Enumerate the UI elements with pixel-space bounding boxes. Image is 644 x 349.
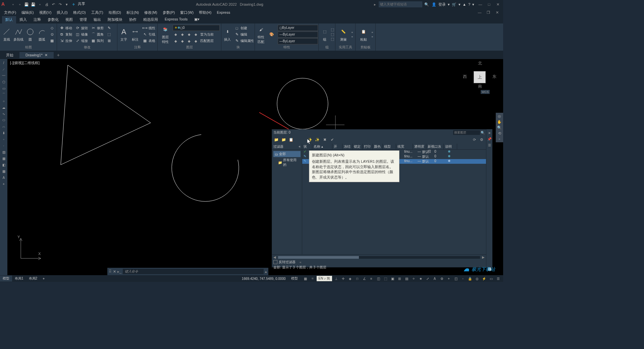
layer-tool-8[interactable]: ◆ bbox=[193, 38, 199, 44]
measure-button[interactable]: 📏测量 bbox=[337, 27, 350, 42]
help-icon[interactable]: ? bbox=[468, 2, 470, 6]
status-tab-add-icon[interactable]: + bbox=[40, 276, 47, 281]
match-layer-button[interactable]: 匹配图层 bbox=[200, 38, 214, 44]
tab-insert[interactable]: 插入 bbox=[16, 16, 30, 23]
share-icon[interactable]: ✈ bbox=[70, 1, 76, 7]
col-linetype[interactable]: 线型 bbox=[383, 144, 396, 149]
tab-manage[interactable]: 管理 bbox=[76, 16, 90, 23]
snap-grid-icon[interactable]: ▦ bbox=[303, 276, 309, 281]
col-desc[interactable]: 说明 bbox=[444, 144, 457, 149]
menu-help[interactable]: 帮助(H) bbox=[197, 9, 213, 16]
col-name[interactable]: 名称 ▴ bbox=[312, 144, 332, 149]
layer-tool-4[interactable]: ◆ bbox=[193, 32, 199, 38]
tb-rect-icon[interactable]: ▭ bbox=[0, 85, 7, 91]
tb-line-icon[interactable]: / bbox=[0, 60, 7, 66]
doc-restore-icon[interactable]: ❐ bbox=[484, 9, 492, 15]
layer-tool-6[interactable]: ◆ bbox=[179, 38, 185, 44]
tab-overflow-icon[interactable]: ▣▾ bbox=[191, 16, 203, 23]
col-color[interactable]: 颜色 bbox=[373, 144, 383, 149]
tb-ellipse-icon[interactable]: ⬭ bbox=[0, 117, 7, 123]
delete-layer-icon[interactable]: ✖ bbox=[322, 137, 328, 143]
refresh-icon[interactable]: ⟳ bbox=[471, 137, 477, 143]
fillet-button[interactable]: ⌒圆角 bbox=[90, 32, 104, 38]
draw-misc-1[interactable]: ◇ bbox=[49, 25, 55, 31]
redo-icon[interactable]: ↷ bbox=[57, 1, 63, 7]
layer-tool-1[interactable]: ◆ bbox=[173, 32, 179, 38]
tab-addons[interactable]: 附加模块 bbox=[104, 16, 126, 23]
menu-insert[interactable]: 插入(I) bbox=[55, 9, 69, 16]
doc-close-icon[interactable]: ✕ bbox=[493, 9, 501, 15]
cmdline-dropdown-icon[interactable]: ▴ bbox=[265, 269, 267, 274]
palette-pin-icon[interactable]: 📌 bbox=[487, 137, 492, 141]
layer-states-icon[interactable]: 📋 bbox=[288, 137, 294, 143]
layer-properties-button[interactable]: 📚图层 特性 bbox=[159, 25, 171, 44]
modify-misc-2[interactable]: ⬚ bbox=[106, 32, 112, 38]
tb-pline-icon[interactable]: 〰 bbox=[0, 72, 7, 79]
status-coords[interactable]: 1669.4240, 747.5489, 0.0000 bbox=[242, 277, 286, 281]
scale-button[interactable]: ⤢缩放 bbox=[74, 38, 89, 44]
group-tool-1[interactable]: ⬚ bbox=[331, 28, 334, 32]
status-tab-layout1[interactable]: 布局1 bbox=[12, 276, 26, 282]
panel-clip-title[interactable]: 剪贴板 bbox=[357, 45, 374, 50]
cmdline-close-icon[interactable]: ✕ bbox=[113, 269, 116, 274]
status-tab-layout2[interactable]: 布局2 bbox=[26, 276, 40, 282]
panel-modify-title[interactable]: 修改 bbox=[58, 45, 116, 50]
nav-pan-icon[interactable]: ✋ bbox=[497, 120, 502, 124]
draw-misc-2[interactable]: ⊙ bbox=[49, 32, 55, 38]
tb-addselected-icon[interactable]: + bbox=[0, 181, 7, 187]
panel-layer-title[interactable]: 图层 bbox=[159, 45, 220, 50]
tab-view[interactable]: 视图 bbox=[62, 16, 76, 23]
col-plot[interactable]: 打印 bbox=[363, 144, 373, 149]
group-button[interactable]: ⬚组 bbox=[320, 27, 329, 42]
tb-point-icon[interactable]: ∙ bbox=[0, 143, 7, 149]
doc-tab-start[interactable]: 开始 bbox=[0, 52, 19, 59]
clean-screen-icon[interactable]: ▭ bbox=[488, 276, 494, 281]
tb-arc-icon[interactable]: ⌒ bbox=[0, 92, 7, 98]
menu-dimension[interactable]: 标注(N) bbox=[124, 9, 141, 16]
menu-param[interactable]: 参数(P) bbox=[161, 9, 177, 16]
menu-express[interactable]: Express bbox=[215, 10, 232, 15]
command-input[interactable]: 键入命令 bbox=[123, 269, 264, 274]
quick-properties-icon[interactable]: ▫ bbox=[460, 276, 466, 281]
draw-misc-3[interactable]: ▦ bbox=[49, 38, 55, 44]
autodesk-icon[interactable]: ▲ bbox=[463, 2, 466, 6]
search-btn-icon[interactable]: 🔍 bbox=[424, 2, 430, 7]
snap-mode-icon[interactable]: ⌗ bbox=[310, 276, 316, 281]
set-current-icon[interactable]: ✔ bbox=[329, 137, 335, 143]
lineweight-select[interactable]: — ByLayer bbox=[278, 32, 318, 38]
col-trans[interactable]: 透明度 bbox=[413, 144, 426, 149]
minimize-icon[interactable]: — bbox=[476, 1, 484, 7]
clip-tool-2[interactable]: ▫ bbox=[372, 35, 373, 39]
annotation-scale-icon[interactable]: A bbox=[432, 276, 438, 281]
tb-ellipsearc-icon[interactable]: ⌓ bbox=[0, 123, 7, 130]
block-attr-button[interactable]: ✎编辑属性 bbox=[233, 38, 255, 44]
layer-tool-7[interactable]: ◆ bbox=[186, 38, 192, 44]
polar-icon[interactable]: ✛ bbox=[340, 276, 346, 281]
tb-polygon-icon[interactable]: ⬠ bbox=[0, 79, 7, 85]
menu-edit[interactable]: 编辑(E) bbox=[19, 9, 36, 16]
tb-table-icon[interactable]: ▦ bbox=[0, 168, 7, 174]
layer-search-icon[interactable]: 🔍 bbox=[481, 131, 485, 135]
menu-file[interactable]: 文件(F) bbox=[2, 9, 18, 16]
units-icon[interactable]: ◫ bbox=[453, 276, 459, 281]
login-label[interactable]: 登录 bbox=[438, 2, 446, 7]
trim-button[interactable]: ✂修剪 bbox=[90, 25, 104, 31]
undo-icon[interactable]: ↶ bbox=[50, 1, 56, 7]
tab-default[interactable]: 默认 bbox=[2, 16, 16, 23]
selection-filter-icon[interactable]: ▤ bbox=[404, 276, 410, 281]
doc-minimize-icon[interactable]: — bbox=[476, 9, 484, 15]
dim-button[interactable]: ⟷标注 bbox=[130, 27, 140, 42]
lineweight-icon[interactable]: ≡ bbox=[368, 276, 374, 281]
saveas-icon[interactable]: 💾 bbox=[30, 1, 36, 7]
tb-spline-icon[interactable]: ∿ bbox=[0, 111, 7, 117]
save-icon[interactable]: 💾 bbox=[23, 1, 30, 7]
panel-utils-title[interactable]: 实用工具 bbox=[337, 45, 354, 50]
mirror-button[interactable]: ◫镜像 bbox=[74, 32, 89, 38]
doc-tab-add-icon[interactable]: + bbox=[54, 51, 63, 59]
stretch-button[interactable]: ⇲拉伸 bbox=[58, 38, 73, 44]
qat-dropdown-icon[interactable]: ▾ bbox=[64, 1, 70, 7]
status-model-button[interactable]: 模型 bbox=[288, 276, 301, 282]
3dosnap-icon[interactable]: ▣ bbox=[389, 276, 395, 281]
compass-south[interactable]: 南 bbox=[478, 84, 482, 89]
tb-revcloud-icon[interactable]: ☁ bbox=[0, 104, 7, 110]
